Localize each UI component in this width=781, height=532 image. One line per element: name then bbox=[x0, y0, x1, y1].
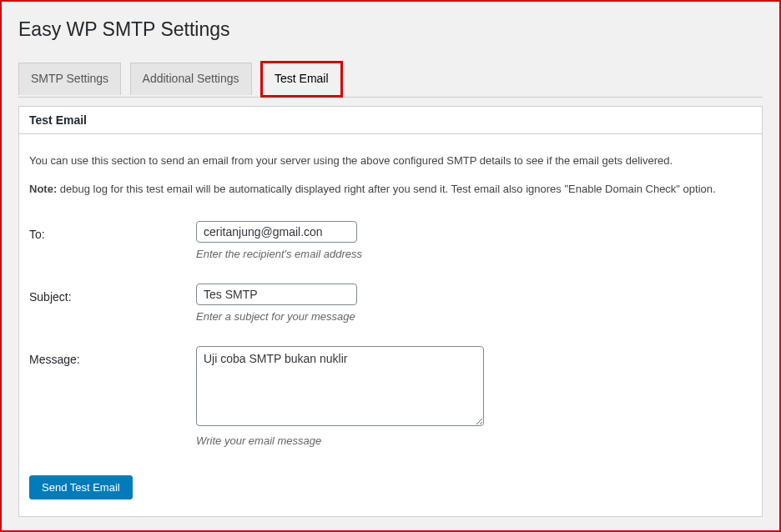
to-input[interactable] bbox=[196, 221, 357, 243]
message-description: Write your email message bbox=[196, 434, 752, 447]
message-label: Message: bbox=[29, 346, 196, 470]
test-email-panel: Test Email You can use this section to s… bbox=[18, 106, 763, 517]
subject-label: Subject: bbox=[29, 284, 196, 346]
tab-additional-settings[interactable]: Additional Settings bbox=[130, 63, 252, 95]
panel-header: Test Email bbox=[19, 107, 762, 134]
to-description: Enter the recipient's email address bbox=[196, 248, 752, 260]
tab-smtp-settings[interactable]: SMTP Settings bbox=[18, 63, 121, 95]
send-test-email-button[interactable]: Send Test Email bbox=[29, 475, 133, 499]
message-textarea[interactable] bbox=[196, 346, 484, 426]
tab-navigation: SMTP Settings Additional Settings Test E… bbox=[18, 61, 763, 98]
note-text: Note: debug log for this test email will… bbox=[29, 181, 752, 198]
page-title: Easy WP SMTP Settings bbox=[18, 10, 763, 46]
subject-description: Enter a subject for your message bbox=[196, 310, 752, 323]
tab-test-email[interactable]: Test Email bbox=[260, 61, 343, 98]
subject-input[interactable] bbox=[196, 284, 357, 305]
note-body: debug log for this test email will be au… bbox=[57, 183, 715, 195]
panel-title: Test Email bbox=[29, 113, 752, 127]
intro-text: You can use this section to send an emai… bbox=[29, 153, 752, 169]
note-label: Note: bbox=[29, 183, 57, 195]
to-label: To: bbox=[29, 221, 196, 284]
